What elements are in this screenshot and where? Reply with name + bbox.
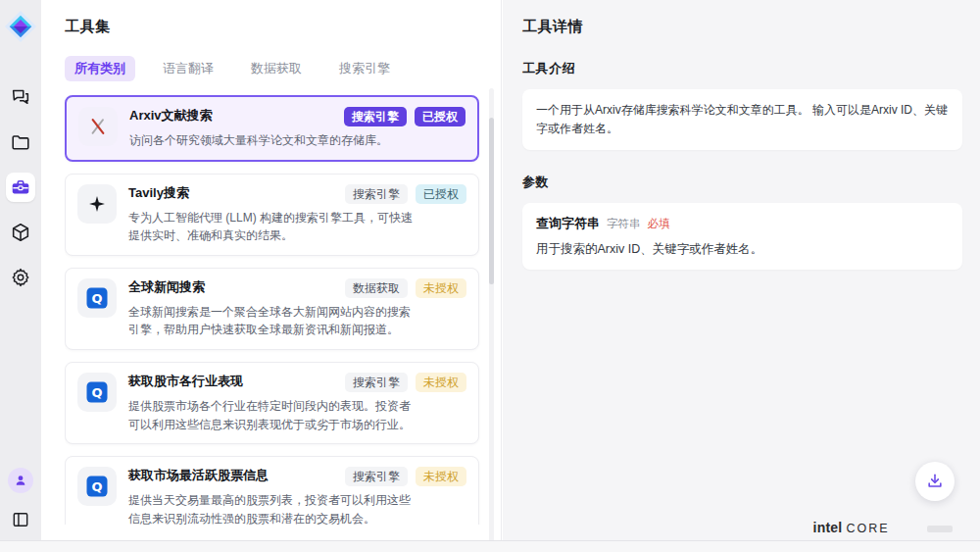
tool-auth-badge: 未授权 [416, 278, 466, 298]
param-description: 用于搜索的Arxiv ID、关键字或作者姓名。 [536, 241, 949, 258]
tool-auth-badge: 已授权 [415, 107, 466, 126]
tool-description: 专为人工智能代理 (LLM) 构建的搜索引擎工具，可快速提供实时、准确和真实的结… [128, 209, 418, 245]
layout-panel-icon [11, 510, 30, 529]
list-scrollbar[interactable] [489, 88, 494, 542]
tool-description: 全球新闻搜索是一个聚合全球各大新闻网站内容的搜索引擎，帮助用户快速获取全球最新资… [128, 303, 418, 339]
svg-text:Q: Q [91, 291, 102, 306]
app-logo-icon [4, 10, 37, 43]
svg-text:Q: Q [91, 479, 102, 494]
tool-category-badge: 数据获取 [345, 278, 408, 298]
tool-description: 提供股票市场各个行业在特定时间段内的表现。投资者可以利用这些信息来识别表现优于或… [128, 397, 418, 433]
tool-name: 获取股市各行业表现 [128, 373, 243, 390]
intro-heading: 工具介绍 [522, 60, 962, 77]
tab-all-categories[interactable]: 所有类别 [65, 56, 135, 81]
tab-search-engine[interactable]: 搜索引擎 [329, 56, 400, 81]
params-heading: 参数 [522, 174, 962, 191]
param-type: 字符串 [607, 217, 641, 231]
cube-icon [10, 222, 31, 243]
tools-panel: 工具集 所有类别语言翻译数据获取搜索引擎 Arxiv文献搜索 搜索引擎 已授权 … [41, 0, 502, 552]
sidebar-item-chat[interactable] [6, 82, 35, 112]
tool-name: 全球新闻搜索 [128, 278, 205, 296]
tools-panel-title: 工具集 [65, 18, 501, 36]
brand-logo: intel CORE [813, 519, 953, 536]
intro-card: 一个用于从Arxiv存储库搜索科学论文和文章的工具。 输入可以是Arxiv ID… [522, 89, 962, 150]
core-wordmark: CORE [846, 522, 889, 535]
tool-details-panel: 工具详情 工具介绍 一个用于从Arxiv存储库搜索科学论文和文章的工具。 输入可… [503, 0, 980, 552]
sidebar-item-panel-toggle[interactable] [6, 505, 35, 534]
arxiv-icon [87, 116, 109, 137]
toolbox-icon [10, 176, 31, 198]
tab-language-translation[interactable]: 语言翻译 [153, 56, 223, 81]
sidebar-bottom [6, 468, 35, 534]
param-required-badge: 必填 [648, 217, 670, 231]
brand-badge [927, 526, 953, 532]
tool-category-badge: 搜索引擎 [344, 107, 407, 126]
user-avatar-icon [13, 473, 28, 488]
tool-category-badge: 搜索引擎 [345, 184, 408, 204]
tool-description: 提供当天交易量最高的股票列表，投资者可以利用这些信息来识别流动性强的股票和潜在的… [128, 491, 418, 525]
tool-auth-badge: 未授权 [416, 467, 466, 486]
intro-text: 一个用于从Arxiv存储库搜索科学论文和文章的工具。 输入可以是Arxiv ID… [536, 101, 949, 138]
tool-auth-badge: 已授权 [416, 184, 466, 204]
sidebar-item-tools[interactable] [6, 173, 35, 202]
tool-category-badge: 搜索引擎 [345, 373, 408, 392]
tool-auth-badge: 未授权 [416, 373, 466, 392]
details-title: 工具详情 [522, 18, 962, 36]
tool-name: Arxiv文献搜索 [129, 107, 213, 125]
download-icon [925, 472, 945, 491]
chat-icon [10, 86, 31, 108]
sidebar-item-models[interactable] [6, 218, 35, 247]
folder-icon [10, 131, 31, 153]
left-sidebar [0, 0, 41, 552]
list-scrollbar-thumb[interactable] [489, 118, 494, 284]
tool-list-item[interactable]: Q 获取市场最活跃股票信息 搜索引擎 未授权 提供当天交易量最高的股票列表，投资… [65, 456, 479, 525]
param-name: 查询字符串 [536, 215, 600, 232]
user-avatar[interactable] [8, 468, 33, 493]
tool-list: Arxiv文献搜索 搜索引擎 已授权 访问各个研究领域大量科学论文和文章的存储库… [65, 95, 501, 525]
tool-description: 访问各个研究领域大量科学论文和文章的存储库。 [129, 131, 419, 150]
tool-list-item[interactable]: Q 获取股市各行业表现 搜索引擎 未授权 提供股票市场各个行业在特定时间段内的表… [65, 362, 479, 444]
window-bottom-edge [0, 540, 980, 552]
tool-name: 获取市场最活跃股票信息 [128, 467, 269, 484]
download-button[interactable] [915, 462, 955, 501]
tool-name: Tavily搜索 [128, 184, 189, 202]
gear-icon [10, 267, 31, 288]
tool-list-item[interactable]: Tavily搜索 搜索引擎 已授权 专为人工智能代理 (LLM) 构建的搜索引擎… [65, 174, 479, 256]
sidebar-item-files[interactable] [6, 127, 35, 157]
search-q-icon: Q [85, 475, 109, 498]
search-q-icon: Q [85, 286, 109, 310]
tool-list-item[interactable]: Q 全球新闻搜索 数据获取 未授权 全球新闻搜索是一个聚合全球各大新闻网站内容的… [65, 268, 479, 350]
tab-data-fetching[interactable]: 数据获取 [241, 56, 312, 81]
tool-list-item[interactable]: Arxiv文献搜索 搜索引擎 已授权 访问各个研究领域大量科学论文和文章的存储库… [65, 95, 479, 162]
tool-category-badge: 搜索引擎 [345, 467, 408, 486]
category-tabs: 所有类别语言翻译数据获取搜索引擎 [65, 56, 501, 81]
search-q-icon: Q [85, 380, 109, 404]
intel-wordmark: intel [813, 520, 843, 535]
tavily-sparkle-icon [87, 194, 107, 214]
sidebar-item-settings[interactable] [6, 263, 35, 292]
sidebar-nav [6, 82, 35, 292]
svg-text:Q: Q [91, 385, 102, 400]
param-card: 查询字符串 字符串 必填 用于搜索的Arxiv ID、关键字或作者姓名。 [522, 203, 962, 270]
